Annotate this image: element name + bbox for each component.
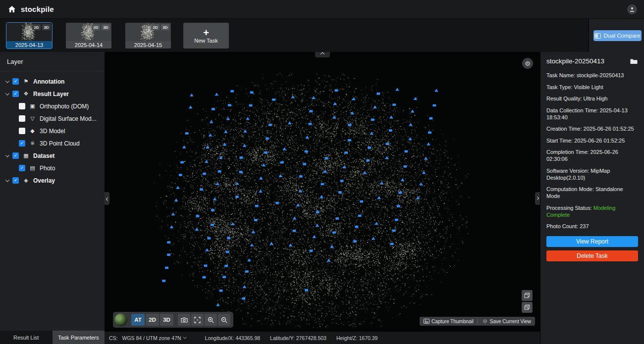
cs-selector[interactable]: WGS 84 / UTM zone 47N: [122, 335, 187, 341]
info-task-type: Task Type:Visible Light: [546, 84, 638, 91]
split-view-icon: [594, 33, 601, 39]
task-date-label: 2025-04-14: [66, 41, 111, 49]
screenshot-button[interactable]: [178, 314, 190, 326]
collapse-left-panel-handle[interactable]: [105, 192, 109, 205]
checkbox[interactable]: ✓: [19, 165, 25, 171]
layer-tree: ✓ ⚑ Annotation ✓ ❖ Result Layer ✓ ▣ Orth…: [0, 75, 105, 187]
home-icon[interactable]: [7, 4, 17, 14]
mode-2d-button[interactable]: 2D: [146, 314, 159, 326]
mode-3d-button[interactable]: 3D: [160, 314, 173, 326]
task-card-2025-04-15[interactable]: 2D 3D 2025-04-15: [125, 23, 171, 49]
layer-label: Result Layer: [33, 91, 69, 98]
chevron-up-icon: [320, 52, 324, 56]
checkbox[interactable]: ✓: [19, 103, 25, 109]
gear-icon: ⚙: [525, 60, 531, 67]
dual-compare-label: Dual Compare: [603, 33, 640, 39]
mode-at-button[interactable]: AT: [131, 314, 145, 326]
checkbox[interactable]: ✓: [12, 91, 19, 97]
point-cloud-icon: ※: [29, 140, 36, 147]
new-task-label: New Task: [194, 38, 217, 44]
viewport-settings-button[interactable]: ⚙: [522, 58, 533, 69]
layer-item-annotation[interactable]: ✓ ⚑ Annotation: [0, 75, 105, 88]
save-current-view-button[interactable]: Save Current View: [482, 318, 531, 324]
zoom-in-button[interactable]: [205, 314, 217, 326]
save-current-view-label: Save Current View: [490, 319, 531, 324]
task-thumbnail: 2D 3D: [66, 23, 111, 41]
viewport-toolbar: AT 2D 3D: [113, 312, 233, 328]
badge-3d[interactable]: 3D: [161, 24, 169, 30]
layer-item-3d-model[interactable]: ✓ ◆ 3D Model: [0, 125, 105, 137]
badge-2d[interactable]: 2D: [151, 24, 160, 30]
info-processing-status: Processing Status:Modeling Complete: [546, 204, 638, 218]
capture-thumbnail-button[interactable]: Capture Thumbnail: [424, 319, 474, 324]
height-readout: Height/Z: 1670.39: [336, 335, 377, 341]
delete-task-button[interactable]: Delete Task: [546, 250, 638, 261]
layer-item-dsm[interactable]: ✓ ▽ Digital Surface Mod...: [0, 112, 105, 125]
view-cube-bottom-button[interactable]: [522, 302, 533, 313]
layer-item-photo[interactable]: ✓ ▤ Photo: [0, 162, 105, 174]
checkbox[interactable]: ✓: [19, 115, 25, 122]
task-info-list: Task Name:stockpile-20250413 Task Type:V…: [540, 65, 644, 230]
view-cube-top-button[interactable]: [522, 290, 533, 301]
view-actions-pill: Capture Thumbnail Save Current View: [420, 317, 535, 326]
checkbox[interactable]: ✓: [12, 78, 19, 85]
expander-chevron-icon[interactable]: [5, 153, 9, 157]
expander-chevron-icon[interactable]: [5, 178, 9, 182]
photo-icon: ▤: [29, 165, 36, 171]
collapse-strip-handle[interactable]: [315, 52, 330, 57]
checkbox[interactable]: ✓: [12, 152, 19, 159]
new-task-button[interactable]: + New Task: [183, 23, 229, 49]
open-folder-button[interactable]: [630, 58, 638, 64]
expander-chevron-icon[interactable]: [5, 79, 9, 83]
layer-label: Dataset: [33, 152, 54, 159]
checkbox[interactable]: ✓: [19, 140, 25, 147]
info-creation-time: Creation Time:2025-06-26 01:52:25: [546, 125, 638, 132]
layer-item-orthophoto[interactable]: ✓ ▣ Orthophoto (DOM): [0, 100, 105, 112]
chevron-down-icon: [183, 336, 186, 339]
badge-3d[interactable]: 3D: [42, 24, 51, 30]
checkbox[interactable]: ✓: [12, 177, 19, 184]
chevron-left-icon: [106, 197, 109, 200]
layer-label: Annotation: [33, 78, 64, 85]
model-icon: ◆: [29, 128, 36, 134]
fit-view-button[interactable]: [191, 314, 204, 326]
view-report-button[interactable]: View Report: [546, 236, 638, 247]
result-badge-icon: ❖: [22, 91, 30, 97]
layer-label: 3D Point Cloud: [40, 140, 80, 147]
tab-result-list[interactable]: Result List: [0, 331, 53, 344]
layer-panel: Layer ✓ ⚑ Annotation ✓ ❖ Result Layer ✓ …: [0, 52, 105, 331]
user-avatar[interactable]: [627, 4, 637, 14]
task-card-2025-04-14[interactable]: 2D 3D 2025-04-14: [66, 23, 111, 49]
badge-3d[interactable]: 3D: [102, 24, 110, 30]
layer-item-overlay[interactable]: ✓ ◈ Overlay: [0, 174, 105, 187]
task-date-label: 2025-04-13: [6, 41, 52, 49]
cube-icon: [524, 304, 531, 311]
badge-2d[interactable]: 2D: [92, 24, 100, 30]
expander-chevron-icon[interactable]: [5, 91, 9, 95]
task-card-2025-04-13[interactable]: 2D 3D 2025-04-13: [6, 23, 52, 49]
bottom-tab-bar: Result List Task Parameters: [0, 331, 105, 344]
top-bar: stockpile: [0, 0, 644, 19]
layer-item-dataset[interactable]: ✓ ▦ Dataset: [0, 149, 105, 162]
task-date-label: 2025-04-15: [125, 41, 171, 49]
person-icon: [629, 6, 635, 12]
latitude-readout: Latitude/Y: 2767428.503: [270, 335, 326, 341]
layer-item-result-layer[interactable]: ✓ ❖ Result Layer: [0, 88, 105, 100]
capture-thumbnail-label: Capture Thumbnail: [431, 319, 474, 324]
dual-compare-button[interactable]: Dual Compare: [593, 30, 642, 41]
info-completion-time: Completion Time:2025-06-26 02:30:06: [546, 148, 638, 162]
tab-task-parameters[interactable]: Task Parameters: [53, 331, 105, 344]
cs-label: CS:: [109, 335, 118, 341]
point-cloud-canvas[interactable]: [105, 52, 540, 332]
checkbox[interactable]: ✓: [19, 128, 25, 134]
basemap-preview-button[interactable]: [114, 313, 127, 326]
collapse-right-panel-handle[interactable]: [535, 192, 540, 205]
info-computation-mode: Computation Mode:Standalone Mode: [546, 186, 638, 199]
badge-2d[interactable]: 2D: [32, 24, 41, 30]
zoom-out-button[interactable]: [218, 314, 230, 326]
task-detail-panel: stockpile-20250413 Task Name:stockpile-2…: [540, 52, 644, 344]
divider: [478, 319, 478, 324]
map-viewport: ⚙ AT 2D 3D Capture Thumbn: [105, 52, 540, 332]
layer-item-3d-point-cloud[interactable]: ✓ ※ 3D Point Cloud: [0, 137, 105, 149]
divider: [0, 71, 105, 71]
